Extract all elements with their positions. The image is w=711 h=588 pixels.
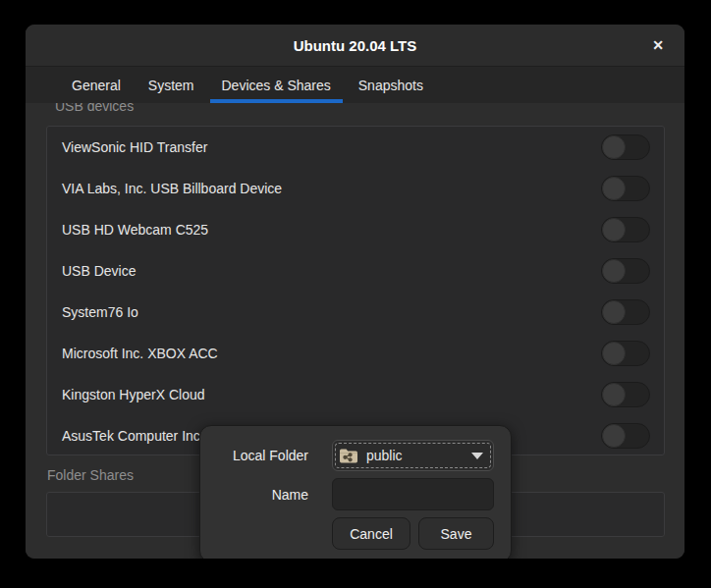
usb-device-row: USB Device (47, 250, 664, 292)
usb-device-row: Kingston HyperX Cloud (47, 374, 664, 415)
tab-bar: General System Devices & Shares Snapshot… (26, 67, 684, 103)
toggle-knob (602, 177, 626, 200)
usb-device-name: System76 Io (62, 304, 138, 320)
usb-device-toggle[interactable] (601, 217, 650, 242)
toggle-knob (602, 300, 626, 324)
usb-device-row: System76 Io (47, 292, 664, 333)
usb-device-row: Microsoft Inc. XBOX ACC (47, 333, 664, 374)
usb-device-name: USB Device (62, 263, 136, 279)
tab-general[interactable]: General (60, 67, 133, 103)
toggle-knob (602, 383, 626, 406)
add-share-popover: Local Folder public (199, 425, 512, 559)
toggle-knob (602, 259, 626, 283)
local-folder-value: public (366, 448, 403, 463)
share-name-input[interactable] (332, 478, 494, 510)
folder-shares-section-label: Folder Shares (47, 467, 134, 483)
local-folder-dropdown[interactable]: public (332, 440, 494, 471)
name-label: Name (210, 487, 308, 503)
local-folder-label: Local Folder (210, 448, 308, 463)
usb-device-toggle[interactable] (601, 258, 650, 284)
usb-device-name: Kingston HyperX Cloud (62, 387, 205, 402)
toggle-knob (602, 135, 626, 159)
popover-buttons: Cancel Save (332, 517, 494, 550)
shared-folder-icon (339, 448, 358, 464)
toggle-knob (602, 342, 626, 365)
save-button[interactable]: Save (418, 517, 494, 550)
usb-device-toggle[interactable] (601, 382, 650, 407)
usb-device-row: USB HD Webcam C525 (47, 209, 664, 250)
tab-devices-shares[interactable]: Devices & Shares (210, 67, 343, 103)
vm-properties-dialog: Ubuntu 20.04 LTS ✕ General System Device… (26, 25, 684, 559)
usb-device-toggle[interactable] (601, 176, 650, 201)
usb-device-row: VIA Labs, Inc. USB Billboard Device (47, 168, 664, 209)
screen-background: Ubuntu 20.04 LTS ✕ General System Device… (0, 0, 711, 588)
scroll-content: USB devices ViewSonic HID Transfer VIA L… (26, 103, 684, 559)
chevron-down-icon (471, 453, 483, 459)
usb-device-name: USB HD Webcam C525 (62, 222, 208, 238)
usb-device-toggle[interactable] (601, 299, 650, 325)
usb-devices-section-label: USB devices (55, 103, 134, 114)
close-icon[interactable]: ✕ (645, 32, 671, 58)
usb-device-name: Microsoft Inc. XBOX ACC (62, 346, 218, 361)
titlebar: Ubuntu 20.04 LTS ✕ (26, 25, 684, 67)
tab-system[interactable]: System (137, 67, 206, 103)
usb-device-toggle[interactable] (601, 134, 650, 160)
usb-devices-list: ViewSonic HID Transfer VIA Labs, Inc. US… (46, 126, 665, 455)
usb-device-toggle[interactable] (601, 341, 650, 366)
toggle-knob (602, 218, 626, 241)
usb-device-name: AsusTek Computer Inc. (62, 428, 204, 444)
tab-snapshots[interactable]: Snapshots (347, 67, 435, 103)
window-title: Ubuntu 20.04 LTS (294, 37, 417, 54)
toggle-knob (602, 424, 626, 448)
usb-device-name: VIA Labs, Inc. USB Billboard Device (62, 181, 282, 196)
usb-device-row: ViewSonic HID Transfer (47, 127, 664, 168)
usb-device-toggle[interactable] (601, 423, 650, 449)
cancel-button[interactable]: Cancel (332, 517, 410, 550)
usb-device-name: ViewSonic HID Transfer (62, 139, 207, 155)
